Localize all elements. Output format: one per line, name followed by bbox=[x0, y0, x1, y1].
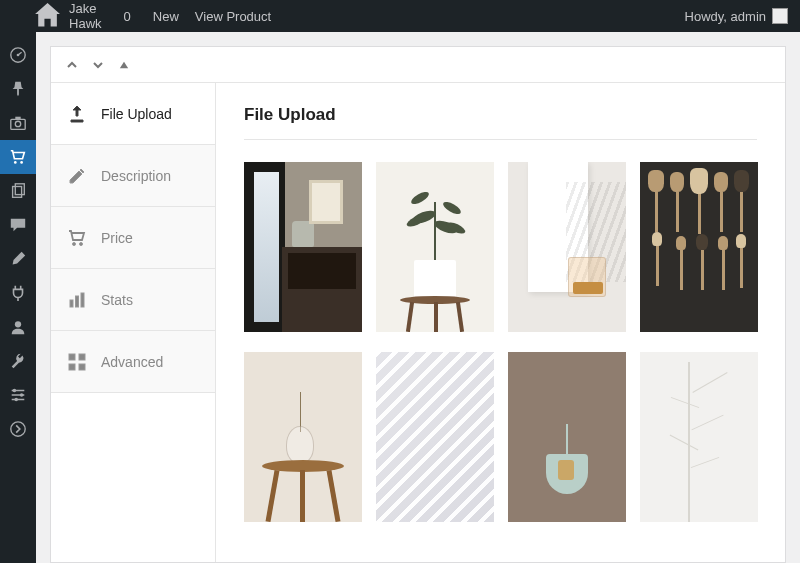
cart-tab-icon bbox=[67, 228, 87, 248]
pin-icon bbox=[9, 80, 27, 98]
panel-move-up[interactable] bbox=[63, 56, 81, 74]
panel: File Upload Description Price Stats bbox=[50, 46, 786, 563]
chevron-up-icon bbox=[66, 59, 78, 71]
menu-comments[interactable] bbox=[0, 208, 36, 242]
view-product-link[interactable]: View Product bbox=[187, 0, 279, 32]
side-tabs: File Upload Description Price Stats bbox=[51, 83, 216, 562]
admin-bar-left: Jake Hawk 0 New View Product bbox=[8, 0, 279, 32]
menu-media[interactable] bbox=[0, 106, 36, 140]
svg-rect-23 bbox=[79, 364, 85, 370]
camera-icon bbox=[9, 114, 27, 132]
upload-thumb[interactable] bbox=[376, 162, 494, 332]
svg-point-12 bbox=[20, 393, 24, 397]
menu-pages[interactable] bbox=[0, 174, 36, 208]
view-label: View Product bbox=[195, 9, 271, 24]
home-icon bbox=[32, 0, 63, 31]
upload-thumb[interactable] bbox=[508, 162, 626, 332]
svg-rect-18 bbox=[76, 296, 79, 307]
site-name-link[interactable]: Jake Hawk bbox=[24, 0, 110, 32]
divider bbox=[244, 139, 757, 140]
upload-thumb[interactable] bbox=[244, 162, 362, 332]
panel-move-down[interactable] bbox=[89, 56, 107, 74]
sliders-icon bbox=[9, 386, 27, 404]
tab-label: Stats bbox=[101, 292, 133, 308]
upload-thumb[interactable] bbox=[244, 352, 362, 522]
avatar bbox=[772, 8, 788, 24]
menu-dashboard[interactable] bbox=[0, 38, 36, 72]
admin-bar: Jake Hawk 0 New View Product Howdy, admi… bbox=[0, 0, 800, 32]
collapse-icon bbox=[9, 420, 27, 438]
shell: File Upload Description Price Stats bbox=[0, 32, 800, 563]
tab-file-upload[interactable]: File Upload bbox=[51, 83, 215, 145]
user-icon bbox=[9, 318, 27, 336]
content: File Upload Description Price Stats bbox=[36, 32, 800, 563]
svg-point-2 bbox=[17, 54, 20, 57]
svg-point-11 bbox=[13, 389, 17, 393]
new-link[interactable]: New bbox=[139, 0, 187, 32]
tab-label: Advanced bbox=[101, 354, 163, 370]
comments-link[interactable]: 0 bbox=[110, 0, 139, 32]
menu-posts[interactable] bbox=[0, 72, 36, 106]
wp-logo[interactable] bbox=[8, 0, 24, 32]
svg-rect-22 bbox=[69, 364, 75, 370]
tab-label: Description bbox=[101, 168, 171, 184]
upload-thumb[interactable] bbox=[640, 352, 758, 522]
wrench-icon bbox=[9, 352, 27, 370]
dashboard-icon bbox=[9, 46, 27, 64]
svg-point-10 bbox=[15, 321, 21, 327]
admin-menu bbox=[0, 32, 36, 563]
tab-label: File Upload bbox=[101, 106, 172, 122]
upload-thumb[interactable] bbox=[640, 162, 758, 332]
menu-tools[interactable] bbox=[0, 344, 36, 378]
menu-settings[interactable] bbox=[0, 378, 36, 412]
tab-stats[interactable]: Stats bbox=[51, 269, 215, 331]
brush-icon bbox=[9, 250, 27, 268]
svg-point-16 bbox=[80, 242, 83, 245]
tab-price[interactable]: Price bbox=[51, 207, 215, 269]
howdy-text: Howdy, admin bbox=[685, 9, 766, 24]
upload-icon bbox=[67, 104, 87, 124]
chevron-down-icon bbox=[92, 59, 104, 71]
svg-rect-17 bbox=[70, 300, 73, 307]
menu-appearance[interactable] bbox=[0, 242, 36, 276]
svg-rect-20 bbox=[69, 354, 75, 360]
svg-point-14 bbox=[11, 422, 25, 436]
tab-label: Price bbox=[101, 230, 133, 246]
panel-body: File Upload Description Price Stats bbox=[51, 83, 785, 562]
menu-users[interactable] bbox=[0, 310, 36, 344]
admin-bar-right[interactable]: Howdy, admin bbox=[685, 8, 792, 24]
menu-collapse[interactable] bbox=[0, 412, 36, 446]
svg-point-13 bbox=[14, 398, 18, 402]
site-name: Jake Hawk bbox=[69, 1, 102, 31]
upload-grid bbox=[244, 162, 757, 522]
menu-plugins[interactable] bbox=[0, 276, 36, 310]
grid-icon bbox=[67, 352, 87, 372]
svg-rect-9 bbox=[15, 184, 24, 195]
bar-chart-icon bbox=[67, 290, 87, 310]
svg-point-6 bbox=[14, 161, 17, 164]
svg-rect-8 bbox=[13, 187, 22, 198]
tab-advanced[interactable]: Advanced bbox=[51, 331, 215, 393]
new-label: New bbox=[153, 9, 179, 24]
plug-icon bbox=[9, 284, 27, 302]
tab-description[interactable]: Description bbox=[51, 145, 215, 207]
menu-products[interactable] bbox=[0, 140, 36, 174]
pages-icon bbox=[9, 182, 27, 200]
cart-icon bbox=[9, 148, 27, 166]
pencil-icon bbox=[67, 166, 87, 186]
svg-point-4 bbox=[15, 121, 20, 126]
svg-point-15 bbox=[73, 242, 76, 245]
comment-menu-icon bbox=[9, 216, 27, 234]
panel-toolbar bbox=[51, 47, 785, 83]
triangle-up-icon bbox=[119, 60, 129, 70]
svg-rect-5 bbox=[15, 117, 20, 120]
panel-collapse[interactable] bbox=[115, 56, 133, 74]
upload-thumb[interactable] bbox=[508, 352, 626, 522]
section-title: File Upload bbox=[244, 105, 757, 125]
svg-rect-21 bbox=[79, 354, 85, 360]
upload-thumb[interactable] bbox=[376, 352, 494, 522]
main-area: File Upload bbox=[216, 83, 785, 562]
svg-point-7 bbox=[20, 161, 23, 164]
svg-rect-19 bbox=[81, 293, 84, 307]
comments-count: 0 bbox=[124, 9, 131, 24]
